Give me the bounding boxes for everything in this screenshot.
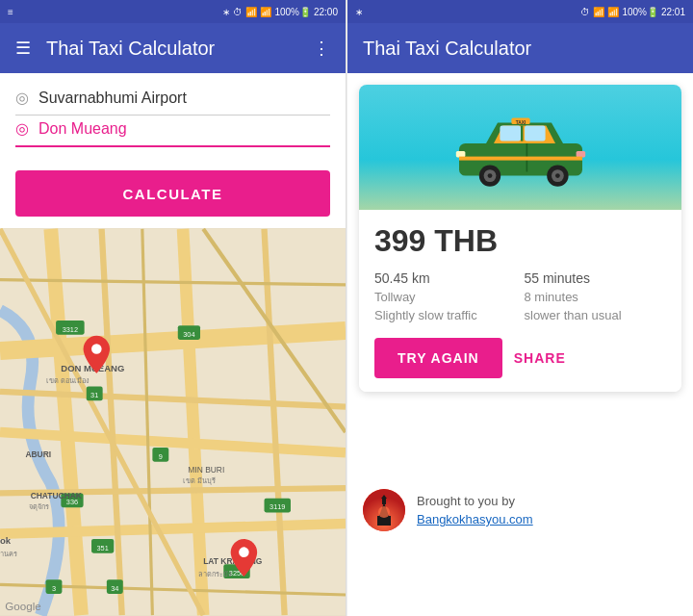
time-left: 22:00 — [314, 7, 338, 17]
svg-text:ลาดกระบัง: ลาดกระบัง — [198, 570, 232, 578]
traffic-value: slower than usual — [525, 308, 667, 322]
svg-rect-39 — [525, 126, 546, 141]
svg-text:9: 9 — [159, 452, 163, 461]
right-wifi-icon: 📶 — [593, 7, 604, 17]
tollway-value: 8 minutes — [525, 290, 667, 304]
from-input[interactable] — [38, 90, 330, 107]
svg-text:CHATUCHAK: CHATUCHAK — [31, 491, 83, 500]
result-body: 399 THB 50.45 km 55 minutes Tollway 8 mi… — [359, 210, 681, 392]
svg-point-43 — [487, 173, 492, 178]
svg-text:351: 351 — [96, 544, 108, 552]
svg-text:3312: 3312 — [63, 325, 78, 334]
wifi-icon: 📶 — [245, 7, 257, 17]
branding-tagline: Brought to you by — [417, 492, 533, 511]
branding-footer: Brought to you by Bangkokhasyou.com — [347, 403, 693, 616]
svg-text:เขต ดอนเมือง: เขต ดอนเมือง — [46, 376, 90, 385]
calculate-button[interactable]: CALCULATE — [15, 170, 330, 217]
svg-rect-57 — [382, 499, 386, 504]
left-status-icons: ≡ — [8, 7, 13, 17]
taxi-illustration-header: TAXI — [359, 85, 681, 210]
right-signal-icon: 📶 — [607, 7, 619, 17]
from-input-row: ◎ — [15, 89, 330, 116]
try-again-button[interactable]: TRY AGAIN — [374, 338, 502, 378]
overflow-menu-icon[interactable]: ⋮ — [313, 38, 330, 59]
svg-text:ABURI: ABURI — [25, 449, 51, 459]
right-battery-icon: 100%🔋 — [622, 7, 658, 17]
svg-text:3: 3 — [52, 584, 56, 593]
svg-rect-40 — [521, 126, 523, 141]
svg-text:จตุจักร: จตุจักร — [29, 502, 49, 511]
signal-icon: 📶 — [260, 7, 271, 17]
svg-point-35 — [239, 547, 249, 557]
traffic-label: Slightly slow traffic — [374, 308, 517, 322]
branding-link[interactable]: Bangkokhasyou.com — [417, 512, 533, 526]
right-app-title: Thai Taxi Calculator — [363, 38, 531, 60]
to-location-icon: ◎ — [15, 119, 29, 138]
right-status-right: ⏱ 📶 📶 100%🔋 22:01 — [580, 7, 685, 17]
svg-rect-52 — [459, 157, 582, 161]
svg-text:MIN BURI: MIN BURI — [188, 465, 224, 475]
svg-point-46 — [555, 173, 560, 178]
svg-rect-38 — [500, 126, 521, 141]
svg-text:304: 304 — [183, 330, 194, 339]
svg-text:TAXI: TAXI — [515, 120, 526, 125]
taxi-illustration: TAXI — [444, 104, 598, 191]
bluetooth-icon: ∗ — [222, 7, 230, 17]
right-time: 22:01 — [661, 7, 685, 17]
result-card: TAXI 399 THB 50.45 km 55 minutes Tollway… — [359, 85, 681, 392]
share-button[interactable]: SHARE — [514, 350, 566, 366]
action-row: TRY AGAIN SHARE — [374, 338, 666, 378]
left-app-bar: ☰ Thai Taxi Calculator ⋮ — [0, 23, 346, 73]
svg-text:Google: Google — [5, 600, 40, 612]
nav-hamburger-icon[interactable]: ☰ — [15, 38, 31, 59]
svg-point-33 — [91, 344, 102, 354]
svg-text:เขต มีนบุรี: เขต มีนบุรี — [183, 476, 216, 485]
distance-value: 50.45 km — [374, 270, 517, 286]
stats-grid: 50.45 km 55 minutes Tollway 8 minutes Sl… — [374, 270, 666, 322]
svg-point-59 — [378, 506, 390, 518]
left-app-title: Thai Taxi Calculator — [46, 38, 215, 60]
alarm-icon: ⏱ — [233, 7, 243, 17]
right-status-left: ∗ — [355, 7, 363, 17]
right-alarm-icon: ⏱ — [580, 7, 590, 17]
to-input-row: ◎ — [15, 119, 330, 147]
left-status-bar: ≡ ∗ ⏱ 📶 📶 100%🔋 22:00 — [0, 0, 346, 23]
from-location-icon: ◎ — [15, 89, 29, 107]
right-panel: ∗ ⏱ 📶 📶 100%🔋 22:01 Thai Taxi Calculator — [346, 0, 693, 616]
price-display: 399 THB — [374, 223, 666, 259]
branding-text-block: Brought to you by Bangkokhasyou.com — [417, 492, 533, 528]
svg-text:านคร: านคร — [0, 550, 17, 558]
svg-rect-49 — [455, 151, 465, 157]
left-panel: ≡ ∗ ⏱ 📶 📶 100%🔋 22:00 ☰ Thai Taxi Calcul… — [0, 0, 346, 616]
svg-text:34: 34 — [111, 584, 118, 593]
right-bluetooth-icon: ∗ — [355, 7, 363, 17]
right-status-icons: ∗ ⏱ 📶 📶 100%🔋 22:00 — [222, 7, 338, 17]
right-app-bar: Thai Taxi Calculator — [347, 23, 693, 73]
battery-icon: 100%🔋 — [274, 7, 311, 17]
input-section: ◎ ◎ — [0, 73, 346, 159]
map-background: 3312 31 304 9 336 351 3119 3256 3 34 — [0, 228, 346, 616]
svg-text:ok: ok — [0, 535, 12, 546]
right-status-bar: ∗ ⏱ 📶 📶 100%🔋 22:01 — [347, 0, 693, 23]
time-value: 55 minutes — [525, 270, 667, 286]
map-container: 3312 31 304 9 336 351 3119 3256 3 34 — [0, 228, 346, 616]
svg-text:3119: 3119 — [270, 502, 285, 511]
svg-text:31: 31 — [90, 391, 98, 399]
hamburger-menu-icon: ≡ — [8, 7, 13, 17]
brand-logo — [363, 489, 405, 531]
tollway-label: Tollway — [374, 290, 517, 304]
svg-rect-50 — [576, 151, 585, 157]
to-input[interactable] — [38, 120, 330, 138]
